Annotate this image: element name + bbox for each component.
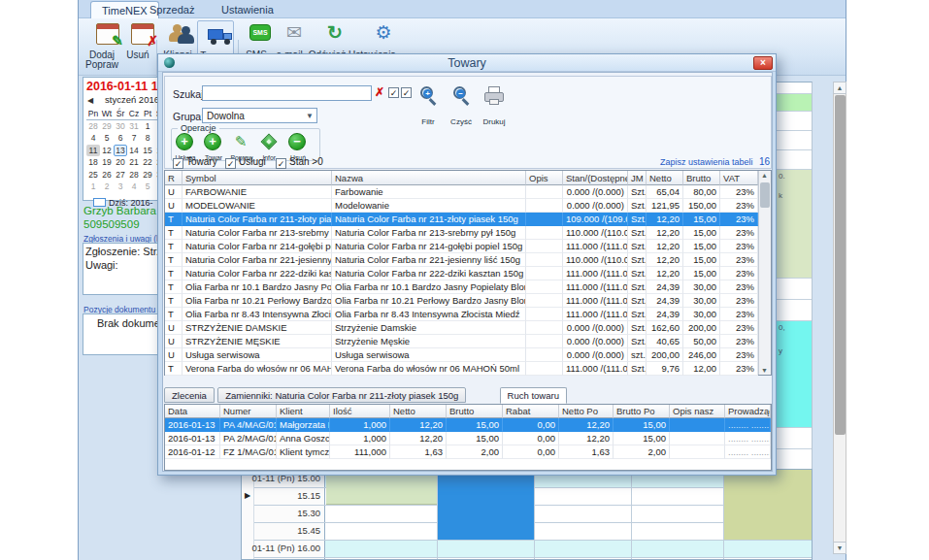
calendar-day[interactable]: 21	[127, 156, 141, 169]
dialog-title-bar[interactable]: Towary ×	[158, 54, 776, 72]
filter-checkbox-uslugi[interactable]: ✓Usługi	[225, 156, 266, 169]
column-header[interactable]: R	[165, 171, 182, 185]
column-header[interactable]: Data	[165, 405, 220, 418]
calendar-day[interactable]: 27	[114, 169, 127, 181]
calendar-day[interactable]: 18	[86, 156, 100, 169]
filter-checkbox-stan[interactable]: ✓Stan >0	[276, 156, 323, 169]
search-option-checkbox-1[interactable]: ✓	[388, 87, 399, 98]
calendar-day[interactable]: 28	[86, 120, 100, 133]
column-header[interactable]: Brutto	[447, 405, 503, 418]
delete-button[interactable]: − Usuń	[287, 133, 309, 152]
detail-tab-1[interactable]: Zamienniki: Naturia Color Farba nr 211-z…	[217, 387, 466, 403]
calendar-day[interactable]: 20	[114, 156, 127, 169]
table-row[interactable]: UUsługa serwisowaUsługa serwisowa0.000 /…	[165, 348, 758, 362]
column-header[interactable]: Stan/(Dostępne)	[563, 171, 628, 185]
delete-appointment-button[interactable]: ✗ Usuń	[121, 20, 154, 63]
column-header[interactable]: Klient	[277, 405, 330, 418]
table-row[interactable]: USTRZYŻENIE DAMSKIEStrzyżenie Damskie0.0…	[165, 321, 758, 335]
table-row[interactable]: TNaturia Color Farba nr 213-srebrny pył …	[165, 226, 758, 240]
calendar-day[interactable]: 30	[114, 120, 127, 133]
add-good-button[interactable]: + Towar	[203, 133, 224, 152]
column-header[interactable]: Numer	[220, 405, 277, 418]
table-row[interactable]: TNaturia Color Farba nr 214-gołębi popie…	[165, 240, 758, 253]
calendar-day[interactable]: 28	[127, 169, 141, 181]
filter-button[interactable]: + Filtr	[415, 84, 441, 129]
column-header[interactable]: Rabat	[503, 405, 559, 418]
scrollbar-thumb[interactable]	[760, 182, 770, 208]
column-header[interactable]: Ilość	[330, 405, 390, 418]
calendar-day[interactable]: 29	[100, 120, 114, 133]
calendar-day[interactable]: 26	[100, 169, 114, 181]
filter-checkbox-towary[interactable]: ✓Towary	[173, 156, 217, 169]
detail-tab-0[interactable]: Zlecenia	[164, 387, 215, 403]
calendar-day[interactable]: 15	[141, 145, 154, 157]
calendar-day[interactable]: 5	[100, 132, 114, 145]
ribbon-tab-sprzedaz[interactable]: Sprzedaż	[139, 1, 205, 18]
column-header[interactable]: Brutto Po	[614, 405, 670, 418]
add-appointment-button[interactable]: ✎ Dodaj Popraw	[84, 20, 119, 63]
column-header[interactable]: VAT	[720, 171, 758, 185]
table-row[interactable]: TOlia Farba nr 8.43 Intensywna Złocista …	[165, 308, 758, 321]
ribbon-tab-ustawienia[interactable]: Ustawienia	[211, 1, 284, 18]
calendar-day[interactable]: 13	[114, 145, 127, 157]
calendar-day[interactable]: 5	[141, 181, 154, 193]
column-header[interactable]: Prowadzący	[725, 405, 771, 418]
table-row[interactable]: 2016-01-13PA 2/MAG/01...Anna Goszcz1,000…	[165, 432, 771, 445]
products-table-scrollbar[interactable]: ▲ ▼	[758, 171, 771, 375]
table-row[interactable]: UFARBOWANIEFarbowanie0.000 /(0.000)Szt.6…	[165, 185, 758, 199]
column-header[interactable]: Netto	[647, 171, 683, 185]
save-table-settings-link[interactable]: Zapisz ustawienia tabeli	[660, 157, 753, 167]
appointment-block-blue[interactable]	[438, 470, 534, 540]
column-header[interactable]: Symbol	[182, 171, 332, 185]
column-header[interactable]: Brutto	[683, 171, 720, 185]
scrollbar-thumb[interactable]	[835, 95, 846, 435]
calendar-day[interactable]: 29	[141, 169, 154, 181]
search-clear-icon[interactable]: ✗	[375, 85, 384, 99]
appointment-block-green-small[interactable]	[777, 94, 813, 112]
calendar-day[interactable]: 22	[141, 156, 154, 169]
column-header[interactable]: Opis	[526, 171, 563, 185]
appointment-block-cyan[interactable]: 0, y	[777, 321, 813, 428]
edit-button[interactable]: ✎ Popraw	[231, 133, 252, 152]
detail-tab-2[interactable]: Ruch towaru	[500, 387, 567, 404]
scheduler-right-column[interactable]: 0. k 0, y	[777, 82, 813, 470]
scheduler-vertical-scrollbar[interactable]: ▲ ▼	[833, 82, 846, 554]
column-header[interactable]: JM	[628, 171, 647, 185]
info-button[interactable]: Infor.	[259, 133, 281, 152]
table-row[interactable]: 2016-01-13PA 4/MAG/01...Małgorzata Kurp1…	[165, 418, 771, 432]
scrollbar-down-icon[interactable]: ▼	[833, 542, 846, 554]
calendar-day[interactable]: 1	[141, 120, 154, 133]
calendar-day[interactable]: 14	[127, 145, 141, 157]
appointment-block-khaki[interactable]	[724, 470, 813, 540]
add-service-button[interactable]: + Usługa	[175, 133, 196, 152]
calendar-day[interactable]: 4	[127, 181, 141, 193]
scrollbar-down-icon[interactable]: ▼	[761, 367, 768, 374]
scrollbar-up-icon[interactable]: ▲	[761, 172, 768, 179]
calendar-day[interactable]: 31	[127, 120, 141, 133]
calendar-day[interactable]: 2	[100, 181, 114, 193]
table-row[interactable]: TNaturia Color Farba nr 221-jesienny liś…	[165, 253, 758, 267]
calendar-day[interactable]: 25	[86, 169, 100, 181]
scrollbar-up-icon[interactable]: ▲	[833, 82, 846, 94]
calendar-day[interactable]: 8	[141, 132, 154, 145]
clear-filter-button[interactable]: − Czyść	[448, 84, 474, 129]
column-header[interactable]: Netto Po	[559, 405, 614, 418]
calendar-day[interactable]: 1	[86, 181, 100, 193]
search-input[interactable]	[202, 85, 372, 101]
table-row[interactable]: TOlia Farba nr 10.21 Perłowy Bardzo Jasn…	[165, 294, 758, 308]
column-header[interactable]: Netto	[390, 405, 447, 418]
calendar-day[interactable]: 11	[86, 145, 100, 157]
table-row[interactable]: USTRZYŻENIE MĘSKIEStrzyżenie Męskie0.000…	[165, 335, 758, 348]
dialog-close-button[interactable]: ×	[753, 56, 773, 70]
calendar-day[interactable]: 12	[100, 145, 114, 157]
calendar-day[interactable]: 7	[127, 132, 141, 145]
calendar-day[interactable]: 19	[100, 156, 114, 169]
table-row[interactable]: TNaturia Color Farba nr 222-dziki kaszta…	[165, 267, 758, 280]
group-select[interactable]: Dowolna ▼	[202, 108, 317, 123]
calendar-day[interactable]: 6	[114, 132, 127, 145]
column-header[interactable]: Opis nasz	[670, 405, 725, 418]
column-header[interactable]: Nazwa	[332, 171, 526, 185]
calendar-day[interactable]: 4	[86, 132, 100, 145]
search-option-checkbox-2[interactable]: ✓	[401, 87, 412, 98]
table-row[interactable]: TVerona Farba do włosów nr 06 MAHOŃ 50ml…	[165, 362, 758, 376]
